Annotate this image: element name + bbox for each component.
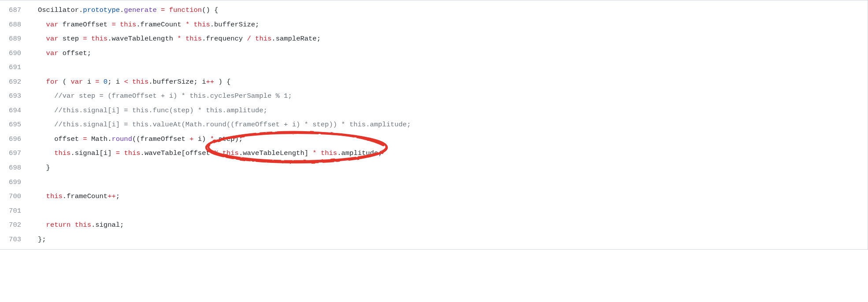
token bbox=[189, 21, 193, 29]
line-number: 689 bbox=[0, 32, 30, 46]
line-number: 700 bbox=[0, 189, 30, 204]
token: = bbox=[111, 21, 115, 29]
token: var bbox=[46, 21, 59, 29]
token: i bbox=[83, 78, 95, 86]
line-number: 698 bbox=[0, 161, 30, 175]
token: * bbox=[185, 21, 189, 29]
code-line: for ( var i = 0; i < this.bufferSize; i+… bbox=[38, 75, 868, 89]
token bbox=[38, 192, 46, 200]
token: for bbox=[46, 78, 59, 86]
token: .waveTable[offset bbox=[141, 149, 214, 157]
token: . bbox=[79, 6, 83, 14]
token: * bbox=[210, 135, 214, 143]
code-content: Oscillator.prototype.generate = function… bbox=[30, 0, 868, 249]
token: this bbox=[54, 149, 70, 157]
token: * bbox=[177, 35, 181, 43]
token: this bbox=[223, 149, 239, 157]
token bbox=[87, 35, 91, 43]
token: .frameCount bbox=[136, 21, 185, 29]
token: .bufferSize; bbox=[210, 21, 260, 29]
token: this bbox=[194, 21, 210, 29]
line-number: 691 bbox=[0, 60, 30, 75]
token: return bbox=[46, 221, 71, 229]
token: = bbox=[116, 149, 120, 157]
code-line: var offset; bbox=[38, 46, 868, 61]
code-line: var frameOffset = this.frameCount * this… bbox=[38, 18, 868, 32]
line-number: 693 bbox=[0, 89, 30, 103]
token: .frameCount bbox=[63, 192, 108, 200]
token: .amplitude; bbox=[337, 149, 382, 157]
token: .bufferSize; i bbox=[148, 78, 206, 86]
token: ((frameOffset bbox=[132, 135, 189, 143]
token: var bbox=[46, 35, 59, 43]
token: this bbox=[321, 149, 337, 157]
token: .signal[i] bbox=[70, 149, 115, 157]
code-line bbox=[38, 204, 868, 218]
token bbox=[157, 6, 161, 14]
code-line: Oscillator.prototype.generate = function… bbox=[38, 3, 868, 18]
line-number: 687 bbox=[0, 3, 30, 18]
line-number: 694 bbox=[0, 103, 30, 118]
code-line: offset = Math.round((frameOffset + i) * … bbox=[38, 132, 868, 147]
line-number: 703 bbox=[0, 232, 30, 247]
token bbox=[218, 149, 222, 157]
token: * bbox=[312, 149, 316, 157]
token bbox=[38, 149, 54, 157]
token: () { bbox=[202, 6, 218, 14]
token bbox=[100, 78, 104, 86]
code-line: } bbox=[38, 161, 868, 175]
token: //var step = (frameOffset + i) * this.cy… bbox=[54, 92, 292, 100]
token: Oscillator bbox=[38, 6, 79, 14]
code-line: this.signal[i] = this.waveTable[offset %… bbox=[38, 146, 868, 161]
token: .frequency bbox=[202, 35, 247, 43]
token bbox=[120, 149, 124, 157]
token: generate bbox=[124, 6, 156, 14]
line-number: 699 bbox=[0, 175, 30, 190]
token: this bbox=[132, 78, 148, 86]
token: offset; bbox=[59, 49, 91, 57]
token: }; bbox=[38, 236, 46, 243]
line-number: 692 bbox=[0, 75, 30, 89]
token: step bbox=[59, 35, 83, 43]
token: Math. bbox=[87, 135, 112, 143]
token: .sampleRate; bbox=[271, 35, 321, 43]
token bbox=[70, 221, 74, 229]
token: ; bbox=[116, 192, 120, 200]
code-line: //this.signal[i] = this.func(step) * thi… bbox=[38, 103, 868, 118]
token bbox=[317, 149, 321, 157]
token bbox=[38, 107, 54, 114]
line-number: 688 bbox=[0, 18, 30, 32]
line-number: 702 bbox=[0, 218, 30, 232]
token bbox=[128, 78, 132, 86]
token bbox=[38, 121, 54, 129]
token bbox=[38, 21, 46, 29]
token bbox=[251, 35, 255, 43]
token: / bbox=[247, 35, 251, 43]
token: ) { bbox=[214, 78, 230, 86]
code-block: 6876886896906916926936946956966976986997… bbox=[0, 0, 868, 250]
token bbox=[38, 221, 46, 229]
token: this bbox=[185, 35, 202, 43]
token bbox=[165, 6, 169, 14]
token: = bbox=[83, 35, 87, 43]
token: this bbox=[120, 21, 136, 29]
token bbox=[182, 35, 185, 43]
token: round bbox=[111, 135, 132, 143]
code-line bbox=[38, 60, 868, 75]
code-line: var step = this.waveTableLength * this.f… bbox=[38, 32, 868, 46]
token bbox=[38, 92, 54, 100]
token: ; i bbox=[108, 78, 124, 86]
token: //this.signal[i] = this.valueAt(Math.rou… bbox=[54, 121, 411, 129]
token: var bbox=[70, 78, 83, 86]
token: var bbox=[46, 49, 59, 57]
token: ++ bbox=[108, 192, 116, 200]
code-line: }; bbox=[38, 232, 868, 247]
token: + bbox=[189, 135, 193, 143]
token: prototype bbox=[83, 6, 120, 14]
line-number: 690 bbox=[0, 46, 30, 61]
token: function bbox=[169, 6, 202, 14]
code-line: this.frameCount++; bbox=[38, 189, 868, 204]
token: = bbox=[95, 78, 99, 86]
token: this bbox=[46, 192, 63, 200]
token: . bbox=[120, 6, 124, 14]
